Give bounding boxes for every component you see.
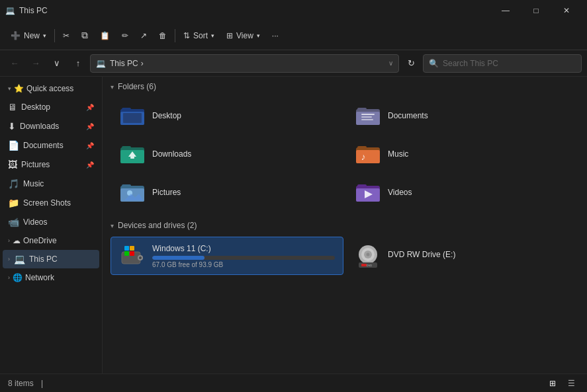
sidebar-item-thispc[interactable]: › 💻 This PC: [3, 250, 99, 268]
svg-point-40: [367, 253, 370, 256]
pin-icon: 📌: [86, 142, 94, 149]
back-button[interactable]: ←: [5, 54, 24, 73]
more-icon: ···: [272, 31, 279, 40]
folder-item-downloads[interactable]: Downloads: [111, 136, 343, 172]
cut-button[interactable]: ✂: [58, 24, 75, 47]
view-chevron-icon: ▾: [257, 32, 260, 39]
search-bar[interactable]: 🔍 Search This PC: [423, 54, 582, 73]
view-button[interactable]: ⊞ View ▾: [221, 24, 265, 47]
svg-rect-4: [123, 113, 142, 123]
svg-rect-34: [130, 251, 134, 256]
folder-downloads-label: Downloads: [152, 149, 191, 159]
new-button[interactable]: ➕ New ▾: [5, 24, 52, 47]
toolbar: ➕ New ▾ ✂ ⧉ 📋 ✏ ↗ 🗑 ⇅ Sort ▾ ⊞ View ▾ ··…: [0, 21, 587, 50]
address-path-label: This PC: [110, 59, 138, 68]
address-pc-icon: 💻: [96, 59, 106, 68]
chevron-right-icon: ›: [8, 274, 10, 281]
folder-item-desktop[interactable]: Desktop: [111, 98, 343, 134]
c-drive-icon: [119, 243, 146, 269]
sidebar-item-documents[interactable]: 📄 Documents 📌: [3, 136, 99, 155]
address-bar[interactable]: 💻 This PC › ∨: [90, 54, 399, 73]
folder-item-pictures[interactable]: Pictures: [111, 175, 343, 210]
svg-rect-17: [356, 150, 380, 163]
folder-icon-wrap-desktop: [119, 104, 146, 128]
sidebar-network-header[interactable]: › 🌐 Network: [3, 270, 99, 286]
sidebar-screenshots-label: Screen Shots: [23, 198, 94, 208]
view-label: View: [236, 31, 253, 40]
sidebar-quick-access-header[interactable]: ▾ ⭐ Quick access: [3, 81, 99, 97]
folders-grid: Desktop Documents: [111, 98, 579, 210]
maximize-button[interactable]: □: [521, 0, 551, 21]
recent-locations-button[interactable]: ∨: [48, 54, 66, 73]
drive-item-dvd[interactable]: DVD DVD RW Drive (E:): [346, 237, 579, 275]
sidebar-item-desktop[interactable]: 🖥 Desktop 📌: [3, 98, 99, 116]
sort-icon: ⇅: [183, 31, 190, 40]
sidebar-onedrive-header[interactable]: › ☁ OneDrive: [3, 233, 99, 249]
sidebar-item-pictures[interactable]: 🖼 Pictures 📌: [3, 155, 99, 174]
devices-section-label: Devices and drives (2): [118, 221, 197, 230]
svg-rect-3: [122, 108, 131, 110]
folder-item-videos[interactable]: Videos: [346, 175, 579, 210]
delete-button[interactable]: 🗑: [154, 24, 172, 47]
status-view-toggles: ⊞ ☰: [545, 376, 579, 391]
quick-access-star-icon: ⭐: [14, 84, 24, 93]
window-icon: 💻: [5, 6, 15, 15]
rename-button[interactable]: ✏: [116, 24, 134, 47]
svg-rect-7: [357, 108, 367, 110]
drive-c-space: 67.0 GB free of 93.9 GB: [152, 261, 335, 268]
drive-dvd-info: DVD RW Drive (E:): [388, 250, 570, 262]
up-icon: ↑: [76, 58, 81, 68]
folder-icon-wrap-pictures: [119, 180, 146, 204]
devices-chevron-icon: ▾: [111, 222, 114, 229]
svg-rect-13: [122, 146, 131, 149]
list-view-button[interactable]: ☰: [563, 376, 579, 391]
sidebar-item-screenshots[interactable]: 📁 Screen Shots: [3, 194, 99, 212]
nav-bar: ← → ∨ ↑ 💻 This PC › ∨ ↻ 🔍 Search This PC: [0, 50, 587, 77]
title-controls: — □ ✕: [490, 0, 582, 21]
svg-text:DVD: DVD: [367, 264, 373, 267]
sidebar-thispc-label: This PC: [29, 255, 94, 264]
pin-icon: 📌: [86, 104, 94, 111]
minimize-button[interactable]: —: [490, 0, 521, 21]
pin-icon: 📌: [86, 123, 94, 130]
devices-section-header[interactable]: ▾ Devices and drives (2): [111, 221, 579, 230]
more-button[interactable]: ···: [267, 24, 284, 47]
forward-icon: →: [32, 58, 40, 68]
window-title: This PC: [19, 6, 48, 15]
up-button[interactable]: ↑: [69, 54, 87, 73]
chevron-down-icon: ▾: [8, 85, 11, 92]
new-icon: ➕: [11, 31, 21, 40]
copy-button[interactable]: ⧉: [76, 24, 93, 47]
drive-c-bar: [152, 256, 335, 260]
folder-item-documents[interactable]: Documents: [346, 98, 579, 134]
svg-rect-22: [122, 184, 131, 187]
new-label: New: [24, 31, 40, 40]
sidebar-item-videos[interactable]: 📹 Videos: [3, 213, 99, 231]
drive-item-c[interactable]: Windows 11 (C:) 67.0 GB free of 93.9 GB: [111, 237, 343, 275]
close-button[interactable]: ✕: [551, 0, 582, 21]
search-placeholder: Search This PC: [443, 59, 498, 68]
rename-icon: ✏: [122, 31, 128, 40]
forward-button[interactable]: →: [26, 54, 45, 73]
screenshots-icon: 📁: [8, 198, 19, 208]
svg-rect-15: [130, 157, 134, 159]
sidebar-item-downloads[interactable]: ⬇ Downloads 📌: [3, 117, 99, 136]
paste-button[interactable]: 📋: [95, 24, 115, 47]
drives-grid: Windows 11 (C:) 67.0 GB free of 93.9 GB: [111, 237, 579, 275]
folder-videos-label: Videos: [388, 188, 412, 197]
folder-icon-downloads: [120, 143, 144, 165]
sidebar-item-music[interactable]: 🎵 Music: [3, 175, 99, 193]
refresh-button[interactable]: ↻: [402, 54, 420, 73]
folder-item-music[interactable]: ♪ Music: [346, 136, 579, 172]
network-label: Network: [25, 273, 54, 282]
cut-icon: ✂: [63, 31, 69, 40]
status-separator: |: [41, 379, 43, 388]
drive-c-info: Windows 11 (C:) 67.0 GB free of 93.9 GB: [152, 244, 335, 268]
documents-icon: 📄: [8, 140, 19, 151]
grid-view-button[interactable]: ⊞: [545, 376, 561, 391]
share-button[interactable]: ↗: [135, 24, 152, 47]
drive-icon-wrap-c: [119, 243, 146, 269]
sort-button[interactable]: ⇅ Sort ▾: [178, 24, 220, 47]
folder-icon-wrap-documents: [355, 104, 381, 128]
folders-section-header[interactable]: ▾ Folders (6): [111, 82, 579, 91]
